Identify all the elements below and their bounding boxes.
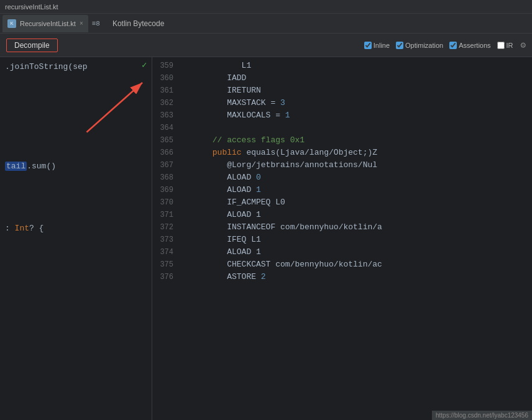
tail-highlight: tail	[5, 162, 27, 171]
optimization-option[interactable]: Optimization	[396, 42, 443, 49]
line-number: 360	[152, 72, 183, 84]
left-line-7: tail.sum()	[0, 160, 152, 173]
line-code-text: public equals(Ljava/lang/Object;)Z	[183, 147, 377, 159]
line-number: 375	[152, 258, 183, 271]
table-row: 373 IFEQ L1	[152, 234, 532, 246]
left-line-8	[0, 173, 152, 185]
line-code-text: ALOAD 1	[183, 209, 261, 221]
left-line-9	[0, 185, 152, 198]
right-bytecode-panel: 359 L1 360 IADD 361 IRETURN 362 MAXSTACK…	[152, 57, 532, 420]
table-row: 372 INSTANCEOF com/bennyhuo/kotlin/a	[152, 221, 532, 234]
tab-label: RecursiveIntList.kt	[20, 20, 76, 27]
assertions-checkbox[interactable]	[449, 42, 457, 49]
assertions-option[interactable]: Assertions	[449, 42, 490, 49]
line-number: 359	[152, 60, 183, 72]
line-code-text: MAXLOCALS = 1	[183, 109, 290, 122]
left-line-4	[0, 98, 152, 111]
table-row: 367 @Lorg/jetbrains/annotations/Nul	[152, 159, 532, 171]
left-line-6	[0, 123, 152, 135]
inline-option[interactable]: Inline	[364, 42, 390, 49]
line-number: 361	[152, 84, 183, 97]
line-code-text: INSTANCEOF com/bennyhuo/kotlin/a	[183, 221, 382, 234]
line-number: 369	[152, 184, 183, 196]
line-number: 363	[152, 109, 183, 122]
table-row: 360 IADD	[152, 72, 532, 84]
tab-close-button[interactable]: ×	[80, 20, 83, 27]
assertions-label: Assertions	[459, 42, 490, 49]
ir-checkbox[interactable]	[497, 42, 505, 49]
line-number: 374	[152, 246, 183, 258]
inline-checkbox[interactable]	[364, 42, 372, 49]
decompile-button[interactable]: Decompile	[6, 39, 58, 52]
line-number: 364	[152, 122, 183, 134]
line-number: 371	[152, 209, 183, 221]
table-row: 362 MAXSTACK = 3	[152, 97, 532, 109]
line-code-text: // access flags 0x1	[183, 134, 305, 147]
tab-file-icon: K	[7, 19, 16, 28]
line-number: 365	[152, 134, 183, 147]
line-number: 373	[152, 234, 183, 246]
line-number: 367	[152, 159, 183, 171]
table-row: 369 ALOAD 1	[152, 184, 532, 196]
left-line-5	[0, 111, 152, 123]
line-number: 376	[152, 271, 183, 283]
tab-bar: K RecursiveIntList.kt × ≡8 Kotlin Byteco…	[0, 14, 532, 34]
left-code-text-1: .joinToString(sep	[5, 61, 88, 73]
line-code-text: ALOAD 0	[183, 171, 261, 184]
line-code-text: MAXSTACK = 3	[183, 97, 285, 109]
bytecode-content: 359 L1 360 IADD 361 IRETURN 362 MAXSTACK…	[152, 57, 532, 286]
line-number: 366	[152, 147, 183, 159]
table-row: 374 ALOAD 1	[152, 246, 532, 258]
line-code-text: IADD	[183, 72, 246, 84]
left-line-1: .joinToString(sep	[0, 61, 152, 73]
left-line-10: : Int? {	[0, 222, 152, 235]
settings-icon[interactable]: ⚙	[521, 40, 526, 50]
bytecode-tab-label: Kotlin Bytecode	[112, 19, 164, 28]
table-row: 366 public equals(Ljava/lang/Object;)Z	[152, 147, 532, 159]
table-row: 363 MAXLOCALS = 1	[152, 109, 532, 122]
line-number: 370	[152, 196, 183, 209]
line-number: 362	[152, 97, 183, 109]
ir-label: IR	[507, 42, 513, 49]
left-line-3	[0, 86, 152, 98]
left-editor-panel: ✓ .joinToString(sep tail.sum() : Int? {	[0, 57, 152, 420]
line-code-text: ASTORE 2	[183, 271, 266, 283]
line-number: 372	[152, 221, 183, 234]
line-code-text: ALOAD 1	[183, 184, 261, 196]
left-line-2	[0, 73, 152, 86]
line-code-text: IRETURN	[183, 84, 261, 97]
table-row: 370 IF_ACMPEQ L0	[152, 196, 532, 209]
content-area: ✓ .joinToString(sep tail.sum() : Int? {	[0, 57, 532, 420]
optimization-checkbox[interactable]	[396, 42, 403, 49]
inline-label: Inline	[374, 42, 390, 49]
ir-option[interactable]: IR	[497, 42, 513, 49]
line-number: 368	[152, 171, 183, 184]
table-row: 376 ASTORE 2	[152, 271, 532, 283]
line-code-text: ALOAD 1	[183, 246, 261, 258]
line-code-text: IFEQ L1	[183, 234, 261, 246]
table-row: 361 IRETURN	[152, 84, 532, 97]
table-row: 375 CHECKCAST com/bennyhuo/kotlin/ac	[152, 258, 532, 271]
tab-recursive-int-list[interactable]: K RecursiveIntList.kt ×	[2, 15, 88, 32]
title-bar: recursiveIntList.kt	[0, 0, 532, 14]
url-tooltip: https://blog.csdn.net/lyabc123456	[432, 411, 532, 420]
left-code-int: : Int? {	[5, 222, 44, 235]
left-code-area: .joinToString(sep tail.sum() : Int? {	[0, 57, 152, 237]
line-code-text: CHECKCAST com/bennyhuo/kotlin/ac	[183, 258, 382, 271]
toolbar-options: Inline Optimization Assertions IR	[364, 42, 513, 49]
window-title: recursiveIntList.kt	[5, 3, 58, 11]
table-row: 365 // access flags 0x1	[152, 134, 532, 147]
line-code-text: IF_ACMPEQ L0	[183, 196, 285, 209]
tab-modified-indicator: ≡8	[92, 20, 100, 27]
line-code-text: @Lorg/jetbrains/annotations/Nul	[183, 159, 377, 171]
table-row: 359 L1	[152, 60, 532, 72]
toolbar: Decompile Inline Optimization Assertions…	[0, 34, 532, 57]
line-code-text: L1	[183, 60, 251, 72]
table-row: 371 ALOAD 1	[152, 209, 532, 221]
checkmark-icon: ✓	[142, 60, 147, 70]
table-row: 364	[152, 122, 532, 134]
table-row: 368 ALOAD 0	[152, 171, 532, 184]
optimization-label: Optimization	[405, 42, 443, 49]
